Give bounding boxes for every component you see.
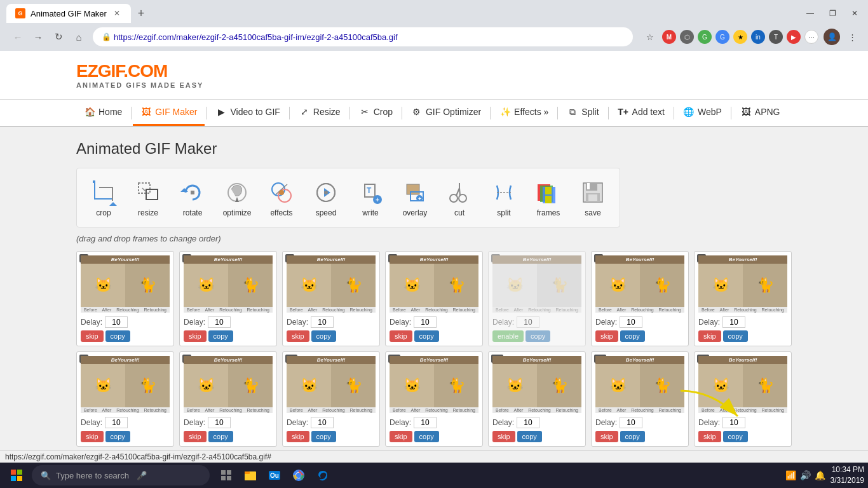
frames-tool-button[interactable]: frames [527,173,570,222]
copy-btn-11[interactable]: copy [414,431,439,442]
delay-input-7[interactable] [722,316,745,328]
active-tab[interactable]: G Animated GIF Maker ✕ [6,4,131,23]
nav-add-text[interactable]: T+ Add text [610,100,672,126]
effects-tool-button[interactable]: effects [260,173,303,222]
notification-icon[interactable]: 🔔 [815,470,825,480]
skip-btn-3[interactable]: skip [287,330,309,342]
skip-btn-9[interactable]: skip [184,431,207,442]
bookmark-icon[interactable]: ☆ [643,30,657,44]
network-icon[interactable]: 📶 [785,470,796,480]
skip-btn-13[interactable]: skip [595,431,618,442]
tab-close-button[interactable]: ✕ [112,8,122,18]
nav-effects[interactable]: ✨ Effects » [492,100,556,126]
enable-btn-5[interactable]: enable [492,330,524,342]
effects-tool-label: effects [270,208,292,217]
copy-btn-10[interactable]: copy [311,431,336,442]
skip-btn-7[interactable]: skip [698,330,721,342]
home-button[interactable]: ⌂ [70,28,88,46]
copy-btn-4[interactable]: copy [414,330,439,342]
ext-icon-4[interactable]: G [715,30,729,44]
delay-input-1[interactable] [105,316,128,328]
nav-crop[interactable]: ✂ Crop [351,100,400,126]
delay-input-2[interactable] [208,316,231,328]
nav-optimizer[interactable]: ⚙ GIF Optimizer [403,100,489,126]
delay-input-10[interactable] [311,417,334,428]
reload-button[interactable]: ↻ [50,28,67,46]
delay-input-13[interactable] [620,417,642,428]
taskbar-file-explorer[interactable] [239,464,262,487]
close-button[interactable]: ✕ [848,8,862,19]
delay-input-5[interactable] [517,316,539,328]
delay-input-11[interactable] [414,417,437,428]
ext-icon-6[interactable]: in [751,30,765,44]
taskbar-chrome[interactable] [287,464,310,487]
skip-btn-11[interactable]: skip [390,431,412,442]
frame-labels-6: BeforeAfterRetouchingRetouching [595,307,684,313]
nav-apng[interactable]: 🖼 APNG [733,100,788,126]
maximize-button[interactable]: ❐ [825,8,840,19]
delay-input-9[interactable] [208,417,231,428]
copy-btn-13[interactable]: copy [620,431,645,442]
start-button[interactable] [4,465,29,485]
cut-tool-button[interactable]: cut [438,173,481,222]
copy-btn-3[interactable]: copy [311,330,336,342]
rotate-tool-button[interactable]: rotate [171,173,214,222]
copy-btn-5[interactable]: copy [526,330,550,342]
nav-webp[interactable]: 🌐 WebP [675,100,729,126]
delay-input-4[interactable] [414,316,437,328]
forward-button[interactable]: → [29,28,47,46]
copy-btn-6[interactable]: copy [620,330,645,342]
save-tool-button[interactable]: save [571,173,614,222]
ext-icon-5[interactable]: ★ [733,30,747,44]
taskbar-clock[interactable]: 10:34 PM 3/31/2019 [831,464,864,486]
ext-icon-8[interactable]: ▶ [787,30,801,44]
new-tab-button[interactable]: + [132,4,150,22]
delay-input-3[interactable] [311,316,334,328]
skip-btn-2[interactable]: skip [184,330,207,342]
overlay-tool-button[interactable]: + overlay [393,173,437,222]
resize-tool-button[interactable]: resize [126,173,170,222]
nav-resize[interactable]: ⤢ Resize [291,100,348,126]
ext-icon-1[interactable]: M [662,30,676,44]
skip-btn-12[interactable]: skip [492,431,515,442]
crop-tool-button[interactable]: crop [82,173,125,222]
ext-icon-9[interactable]: ⋯ [804,30,818,44]
optimize-tool-button[interactable]: optimize [215,173,259,222]
copy-btn-9[interactable]: copy [208,431,233,442]
delay-input-6[interactable] [620,316,642,328]
nav-gif-maker[interactable]: 🖼 GIF Maker [133,100,205,126]
skip-btn-6[interactable]: skip [595,330,618,342]
taskbar-search-box[interactable]: 🔍 Type here to search 🎤 [32,465,210,485]
split-tool-button[interactable]: split [482,173,526,222]
copy-btn-8[interactable]: copy [105,431,130,442]
nav-video-to-gif[interactable]: ▶ Video to GIF [208,100,287,126]
copy-btn-2[interactable]: copy [208,330,233,342]
minimize-button[interactable]: — [803,8,818,19]
ext-icon-3[interactable]: G [698,30,712,44]
speed-tool-button[interactable]: speed [304,173,348,222]
taskbar-outlook[interactable]: Ou [263,464,286,487]
copy-btn-7[interactable]: copy [723,330,748,342]
volume-icon[interactable]: 🔊 [800,470,811,480]
taskbar-edge[interactable] [311,464,334,487]
delay-input-8[interactable] [105,417,128,428]
back-button[interactable]: ← [9,28,27,46]
profile-icon[interactable]: 👤 [824,29,840,45]
url-bar[interactable]: 🔒 https://ezgif.com/maker/ezgif-2-a45100… [93,27,633,46]
ext-icon-2[interactable]: ⬡ [680,30,694,44]
nav-split[interactable]: ⧉ Split [559,100,606,126]
copy-btn-1[interactable]: copy [105,330,130,342]
delay-input-12[interactable] [517,417,539,428]
skip-btn-1[interactable]: skip [81,330,104,342]
nav-home[interactable]: 🏠 Home [76,100,130,126]
ext-icon-7[interactable]: T [769,30,783,44]
copy-btn-14[interactable]: copy [723,431,748,442]
skip-btn-14[interactable]: skip [698,431,721,442]
copy-btn-12[interactable]: copy [517,431,542,442]
menu-button[interactable]: ⋮ [845,30,859,44]
skip-btn-4[interactable]: skip [390,330,412,342]
write-tool-button[interactable]: T + write [349,173,392,222]
skip-btn-10[interactable]: skip [287,431,309,442]
taskbar-task-view[interactable] [215,464,238,487]
skip-btn-8[interactable]: skip [81,431,104,442]
